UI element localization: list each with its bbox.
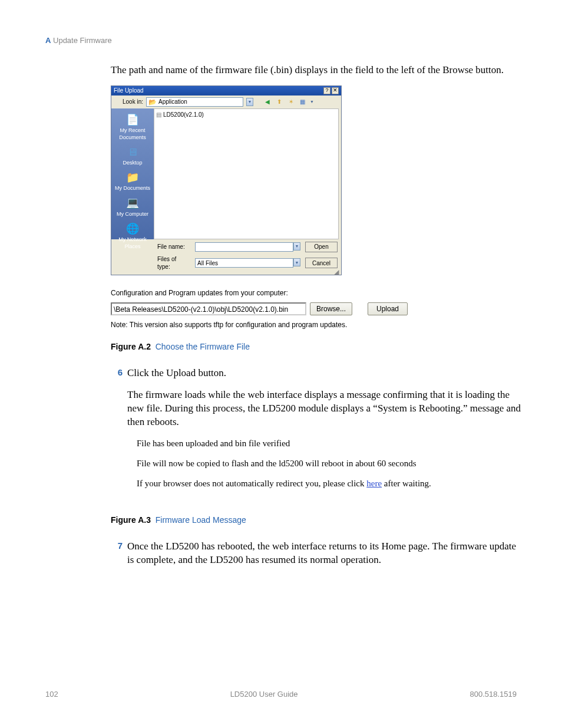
- file-name: LD5200(v2.1.0): [163, 111, 204, 119]
- desktop-icon: 🖥: [125, 146, 140, 159]
- intro-paragraph: The path and name of the firmware file (…: [111, 64, 523, 77]
- page-footer: 102 LD5200 User Guide 800.518.1519: [45, 689, 517, 700]
- step-number: 7: [111, 540, 123, 575]
- phone-number: 800.518.1519: [470, 689, 517, 700]
- view-menu-icon[interactable]: ▦: [298, 97, 307, 106]
- file-list-area[interactable]: ▤ LD5200(v2.1.0): [154, 108, 339, 239]
- browse-button[interactable]: Browse...: [310, 302, 352, 315]
- recent-documents-icon: 📄: [125, 113, 140, 126]
- look-in-label: Look in:: [115, 98, 143, 106]
- upload-button[interactable]: Upload: [368, 302, 408, 315]
- dialog-titlebar: File Upload ? ✕: [111, 86, 341, 95]
- help-icon[interactable]: ?: [323, 87, 330, 94]
- place-label: My Computer: [111, 210, 154, 218]
- folder-icon: 📂: [148, 98, 157, 107]
- up-icon[interactable]: ⬆: [275, 97, 283, 106]
- place-label: My Recent Documents: [111, 127, 154, 141]
- chevron-down-icon[interactable]: ▼: [293, 258, 300, 266]
- figure-label: Figure A.3: [111, 515, 151, 525]
- appendix-letter: A: [45, 36, 51, 45]
- dialog-toolbar: Look in: 📂 Application ▼ ◀ ⬆ ✶ ▦ ▼: [111, 95, 341, 108]
- place-recent[interactable]: 📄 My Recent Documents: [111, 112, 154, 143]
- filename-input[interactable]: [195, 242, 293, 252]
- step6-line1: Click the Upload button.: [127, 367, 523, 380]
- doc-title: LD5200 User Guide: [230, 689, 298, 700]
- msg-line: File will now be copied to flash and the…: [137, 457, 523, 469]
- config-heading: Configuration and Program updates from y…: [111, 288, 523, 298]
- list-item[interactable]: ▤ LD5200(v2.1.0): [156, 111, 336, 119]
- figure-caption-a2: Figure A.2 Choose the Firmware File: [111, 341, 523, 353]
- appendix-title: Update Firmware: [53, 36, 112, 45]
- my-computer-icon: 💻: [125, 197, 140, 210]
- back-icon[interactable]: ◀: [263, 97, 272, 106]
- dialog-bottom: File name: ▼ Open Files of type: All Fil…: [111, 239, 341, 275]
- file-upload-dialog: File Upload ? ✕ Look in: 📂 Application ▼…: [111, 85, 342, 275]
- page-number: 102: [45, 689, 58, 700]
- look-in-value: Application: [158, 98, 187, 106]
- msg-line: If your browser does not automatically r…: [137, 477, 523, 489]
- figure-caption-a3: Figure A.3 Firmware Load Message: [111, 515, 523, 526]
- step6-line2: The firmware loads while the web interfa…: [127, 388, 523, 429]
- page-header: A Update Firmware: [45, 35, 112, 46]
- resize-grip-icon[interactable]: ◢: [334, 268, 340, 274]
- figure-label: Figure A.2: [111, 342, 151, 351]
- firmware-path-field[interactable]: \Beta Releases\LD5200-(v2.1.0)\obj\LD520…: [111, 302, 306, 315]
- chevron-down-icon[interactable]: ▼: [246, 98, 253, 106]
- msg-line: File has been uploaded and bin file veri…: [137, 437, 523, 449]
- chevron-down-icon[interactable]: ▼: [310, 99, 314, 104]
- my-documents-icon: 📁: [125, 171, 140, 184]
- place-mycomputer[interactable]: 💻 My Computer: [111, 196, 154, 220]
- place-mydocs[interactable]: 📁 My Documents: [111, 170, 154, 194]
- upload-message-block: File has been uploaded and bin file veri…: [137, 437, 523, 490]
- place-label: My Documents: [111, 185, 154, 192]
- open-button[interactable]: Open: [305, 242, 338, 252]
- figure-text: Firmware Load Message: [156, 515, 246, 525]
- place-desktop[interactable]: 🖥 Desktop: [111, 144, 154, 169]
- cancel-button[interactable]: Cancel: [305, 258, 338, 268]
- filename-label: File name:: [157, 243, 190, 251]
- place-label: Desktop: [111, 159, 154, 166]
- step7-line: Once the LD5200 has rebooted, the web in…: [127, 540, 523, 567]
- config-note: Note: This version also supports tftp fo…: [111, 320, 523, 330]
- here-link[interactable]: here: [366, 479, 382, 488]
- filetype-label: Files of type:: [157, 255, 190, 271]
- file-icon: ▤: [156, 111, 161, 119]
- close-icon[interactable]: ✕: [332, 87, 339, 94]
- look-in-combo[interactable]: 📂 Application: [146, 97, 243, 107]
- filetype-combo[interactable]: All Files: [195, 258, 293, 268]
- figure-text: Choose the Firmware File: [156, 342, 250, 351]
- dialog-title: File Upload: [114, 87, 144, 95]
- network-places-icon: 🌐: [125, 222, 140, 235]
- places-bar: 📄 My Recent Documents 🖥 Desktop 📁 My Doc…: [111, 108, 154, 239]
- new-folder-icon[interactable]: ✶: [286, 97, 295, 106]
- step-number: 6: [111, 367, 123, 498]
- chevron-down-icon[interactable]: ▼: [293, 242, 300, 251]
